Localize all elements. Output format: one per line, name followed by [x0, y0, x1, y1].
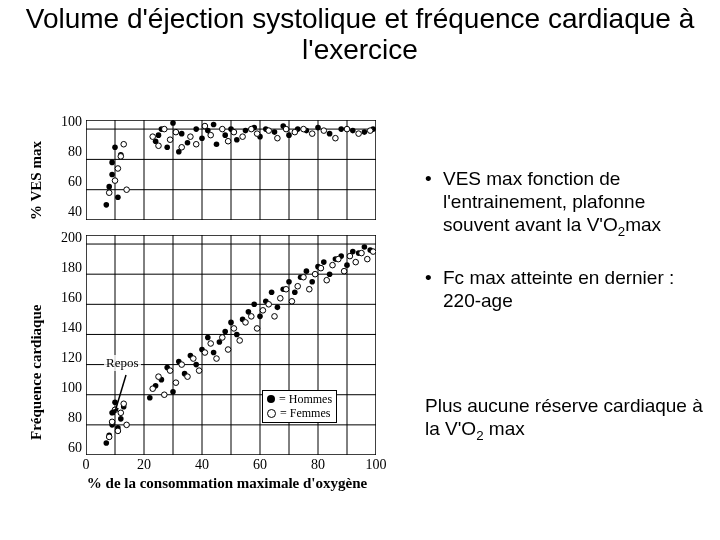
svg-point-68 [225, 138, 231, 144]
svg-point-160 [179, 362, 185, 368]
legend-label: = Femmes [280, 406, 330, 420]
svg-point-45 [315, 125, 321, 131]
ytick: 80 [68, 410, 82, 426]
svg-point-66 [208, 132, 214, 138]
legend: = Hommes = Femmes [262, 390, 337, 423]
ytick: 120 [61, 350, 82, 366]
open-dot-icon [267, 409, 276, 418]
svg-point-117 [193, 362, 199, 368]
svg-point-173 [254, 326, 260, 332]
svg-point-74 [275, 135, 281, 141]
svg-point-137 [309, 279, 315, 285]
conclusion-sub: 2 [476, 428, 483, 443]
svg-point-146 [362, 244, 368, 250]
svg-point-80 [333, 135, 339, 141]
svg-point-149 [109, 419, 115, 425]
svg-point-52 [112, 178, 118, 184]
svg-point-167 [220, 335, 226, 341]
svg-point-23 [164, 144, 170, 150]
yticks-ves: 100 80 60 40 [42, 120, 82, 220]
svg-point-133 [286, 279, 292, 285]
svg-point-63 [188, 134, 194, 140]
xtick: 100 [366, 457, 387, 473]
filled-dot-icon [267, 395, 275, 403]
svg-point-54 [118, 154, 124, 160]
svg-point-32 [214, 141, 220, 147]
svg-point-14 [106, 184, 112, 190]
svg-point-48 [350, 128, 356, 134]
xtick: 0 [83, 457, 90, 473]
svg-point-148 [106, 434, 112, 440]
svg-point-75 [283, 126, 289, 132]
svg-point-16 [109, 160, 115, 166]
svg-point-169 [231, 326, 237, 332]
svg-point-134 [292, 289, 298, 295]
chart-fc: Fréquence cardiaque 200 180 160 140 120 … [12, 235, 412, 495]
svg-point-51 [106, 190, 112, 196]
xtick: 80 [311, 457, 325, 473]
svg-point-156 [156, 374, 162, 380]
xtick: 40 [195, 457, 209, 473]
ytick: 40 [68, 204, 82, 220]
svg-point-64 [193, 141, 199, 147]
ytick: 80 [68, 144, 82, 160]
ytick: 60 [68, 174, 82, 190]
svg-point-77 [301, 126, 307, 132]
svg-point-61 [173, 129, 179, 135]
svg-point-151 [115, 428, 121, 434]
svg-point-57 [150, 134, 156, 140]
svg-point-120 [211, 350, 217, 356]
svg-point-188 [341, 268, 347, 274]
svg-point-170 [237, 338, 243, 344]
yticks-fc: 200 180 160 140 120 100 80 60 [42, 235, 82, 455]
ytick: 160 [61, 290, 82, 306]
svg-point-179 [289, 299, 295, 305]
ytick: 100 [61, 380, 82, 396]
bullet-list: VES max fonction de l'entrainement, plaf… [425, 168, 705, 341]
bullet-1-text-post: max [625, 214, 661, 235]
svg-point-24 [170, 120, 176, 126]
legend-hommes: = Hommes [267, 392, 332, 406]
chart-ves: % VES max 100 80 60 40 [12, 120, 412, 235]
slide: Volume d'éjection systolique et fréquenc… [0, 0, 720, 540]
ytick: 60 [68, 440, 82, 456]
svg-point-82 [356, 131, 362, 137]
svg-point-58 [156, 143, 162, 149]
svg-point-15 [109, 172, 115, 178]
svg-point-65 [202, 123, 208, 129]
conclusion-text: Plus aucune réserve cardiaque à la V'O2 … [425, 395, 710, 444]
svg-point-55 [121, 141, 127, 147]
svg-point-177 [278, 295, 284, 301]
svg-point-119 [205, 335, 211, 341]
svg-point-79 [321, 128, 327, 134]
svg-point-164 [202, 350, 208, 356]
svg-point-176 [272, 314, 278, 320]
svg-point-28 [193, 126, 199, 132]
svg-point-193 [370, 249, 376, 255]
svg-point-184 [318, 265, 324, 271]
svg-point-180 [295, 283, 301, 289]
svg-point-131 [275, 305, 281, 311]
svg-point-107 [118, 416, 124, 422]
svg-point-78 [309, 131, 315, 137]
svg-point-124 [234, 332, 240, 338]
svg-point-166 [214, 356, 220, 362]
svg-point-109 [147, 395, 153, 401]
svg-point-178 [283, 286, 289, 292]
xtick: 60 [253, 457, 267, 473]
svg-point-29 [199, 135, 205, 141]
svg-point-83 [367, 128, 373, 134]
svg-point-140 [327, 271, 333, 277]
svg-point-18 [115, 194, 121, 200]
svg-point-81 [344, 126, 350, 132]
svg-point-192 [365, 256, 371, 262]
svg-point-186 [330, 262, 336, 268]
svg-point-40 [272, 129, 278, 135]
svg-point-101 [104, 440, 110, 446]
svg-point-76 [292, 129, 298, 135]
xtick: 20 [137, 457, 151, 473]
legend-femmes: = Femmes [267, 406, 332, 420]
repos-annotation: Repos [104, 355, 141, 371]
svg-point-49 [362, 129, 368, 135]
svg-point-187 [336, 256, 342, 262]
